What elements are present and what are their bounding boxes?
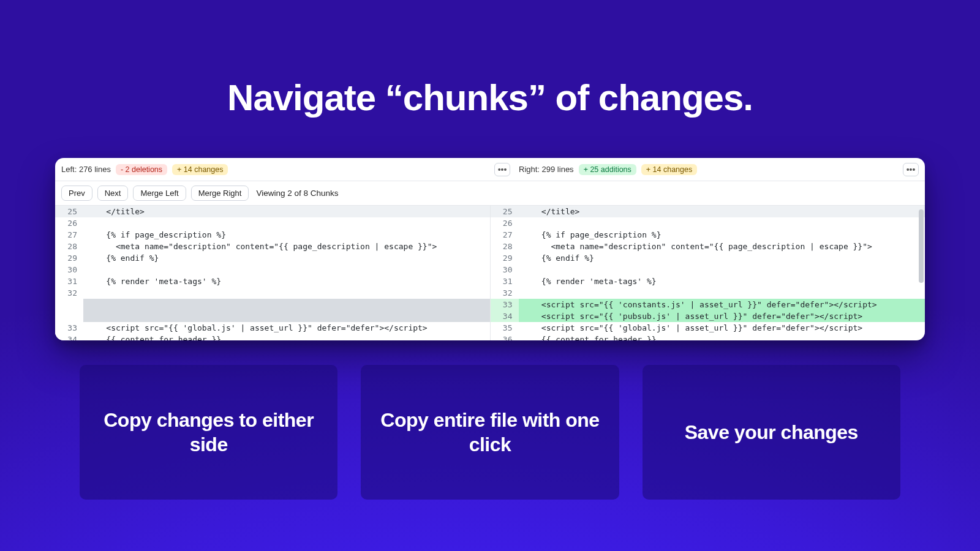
line-number: 33 (491, 299, 519, 310)
line-content: {% if page_description %} (83, 229, 490, 241)
more-icon: ••• (907, 165, 916, 174)
right-changes-badge: + 14 changes (641, 164, 697, 175)
left-line-count: Left: 276 lines (61, 165, 111, 174)
left-pane[interactable]: 25 </title>2627 {% if page_description %… (55, 206, 491, 340)
code-line[interactable]: 27 {% if page_description %} (55, 229, 490, 241)
code-line[interactable]: 31 {% render 'meta-tags' %} (55, 276, 490, 287)
code-line[interactable]: 35 <script src="{{ 'global.js' | asset_u… (491, 322, 925, 334)
code-line[interactable]: 26 (491, 217, 925, 229)
code-line[interactable]: 26 (55, 217, 490, 229)
line-content: <script src="{{ 'global.js' | asset_url … (83, 322, 490, 334)
line-content (83, 310, 490, 322)
code-line[interactable]: 29 {% endif %} (55, 252, 490, 264)
line-number: 28 (491, 241, 519, 252)
feature-card-copy-side: Copy changes to either side (80, 365, 337, 500)
line-number (55, 310, 83, 322)
merge-right-button[interactable]: Merge Right (191, 186, 249, 201)
line-content: {{ content_for_header }} (519, 334, 925, 340)
code-line[interactable]: 36 {{ content_for_header }} (491, 334, 925, 340)
scrollbar-thumb[interactable] (919, 209, 924, 283)
line-number: 34 (491, 310, 519, 322)
feature-card-save: Save your changes (643, 365, 900, 500)
line-number: 26 (55, 217, 83, 229)
line-number: 30 (55, 264, 83, 276)
line-content: {{ content_for_header }} (83, 334, 490, 340)
line-content (83, 264, 490, 276)
line-content: </title> (519, 206, 925, 217)
code-line[interactable]: 31 {% render 'meta-tags' %} (491, 276, 925, 287)
line-number: 35 (491, 322, 519, 334)
line-content: <script src="{{ 'constants.js' | asset_u… (519, 299, 925, 310)
line-number: 29 (55, 252, 83, 264)
code-line[interactable] (55, 299, 490, 310)
code-line[interactable]: 34 <script src="{{ 'pubsub.js' | asset_u… (491, 310, 925, 322)
line-number: 32 (55, 287, 83, 299)
line-number: 30 (491, 264, 519, 276)
code-line[interactable]: 32 (491, 287, 925, 299)
right-more-menu-button[interactable]: ••• (903, 163, 919, 176)
additions-badge: + 25 additions (579, 164, 636, 175)
code-line[interactable] (55, 310, 490, 322)
line-content (83, 287, 490, 299)
line-content: </title> (83, 206, 490, 217)
more-icon: ••• (498, 165, 507, 174)
code-line[interactable]: 29 {% endif %} (491, 252, 925, 264)
feature-cards: Copy changes to either side Copy entire … (80, 365, 900, 500)
line-number (55, 299, 83, 310)
code-line[interactable]: 25 </title> (491, 206, 925, 217)
deletions-badge: - 2 deletions (116, 164, 167, 175)
code-line[interactable]: 28 <meta name="description" content="{{ … (491, 241, 925, 252)
code-line[interactable]: 25 </title> (55, 206, 490, 217)
merge-left-button[interactable]: Merge Left (133, 186, 186, 201)
line-content (519, 287, 925, 299)
line-number: 32 (491, 287, 519, 299)
line-content (83, 299, 490, 310)
line-content: <script src="{{ 'global.js' | asset_url … (519, 322, 925, 334)
line-number: 31 (55, 276, 83, 287)
right-line-count: Right: 299 lines (519, 165, 574, 174)
left-more-menu-button[interactable]: ••• (494, 163, 510, 176)
line-number: 31 (491, 276, 519, 287)
line-content (83, 217, 490, 229)
diff-header: Left: 276 lines - 2 deletions + 14 chang… (55, 158, 925, 181)
line-content: {% endif %} (83, 252, 490, 264)
right-pane[interactable]: 25 </title>2627 {% if page_description %… (491, 206, 925, 340)
line-number: 29 (491, 252, 519, 264)
line-content: <meta name="description" content="{{ pag… (519, 241, 925, 252)
code-line[interactable]: 30 (491, 264, 925, 276)
code-line[interactable]: 28 <meta name="description" content="{{ … (55, 241, 490, 252)
page-headline: Navigate “chunks” of changes. (0, 77, 980, 119)
left-changes-badge: + 14 changes (172, 164, 228, 175)
code-line[interactable]: 30 (55, 264, 490, 276)
feature-card-label: Copy entire file with one click (379, 408, 600, 457)
diff-panel: Left: 276 lines - 2 deletions + 14 chang… (55, 158, 925, 340)
line-content: <script src="{{ 'pubsub.js' | asset_url … (519, 310, 925, 322)
line-number: 25 (491, 206, 519, 217)
right-scrollbar[interactable] (919, 208, 924, 338)
line-number: 28 (55, 241, 83, 252)
code-line[interactable]: 32 (55, 287, 490, 299)
feature-card-label: Copy changes to either side (98, 408, 319, 457)
line-number: 25 (55, 206, 83, 217)
chunk-position-label: Viewing 2 of 8 Chunks (256, 189, 338, 198)
line-content: <meta name="description" content="{{ pag… (83, 241, 490, 252)
feature-card-copy-file: Copy entire file with one click (361, 365, 619, 500)
code-line[interactable]: 34 {{ content_for_header }} (55, 334, 490, 340)
line-number: 33 (55, 322, 83, 334)
line-content: {% render 'meta-tags' %} (519, 276, 925, 287)
line-content: {% endif %} (519, 252, 925, 264)
prev-chunk-button[interactable]: Prev (61, 186, 92, 201)
line-content: {% render 'meta-tags' %} (83, 276, 490, 287)
line-number: 34 (55, 334, 83, 340)
line-number: 27 (491, 229, 519, 241)
chunk-toolbar: Prev Next Merge Left Merge Right Viewing… (55, 181, 925, 206)
next-chunk-button[interactable]: Next (97, 186, 129, 201)
line-content: {% if page_description %} (519, 229, 925, 241)
line-number: 27 (55, 229, 83, 241)
code-line[interactable]: 33 <script src="{{ 'constants.js' | asse… (491, 299, 925, 310)
line-number: 26 (491, 217, 519, 229)
code-line[interactable]: 33 <script src="{{ 'global.js' | asset_u… (55, 322, 490, 334)
code-line[interactable]: 27 {% if page_description %} (491, 229, 925, 241)
line-content (519, 264, 925, 276)
line-number: 36 (491, 334, 519, 340)
